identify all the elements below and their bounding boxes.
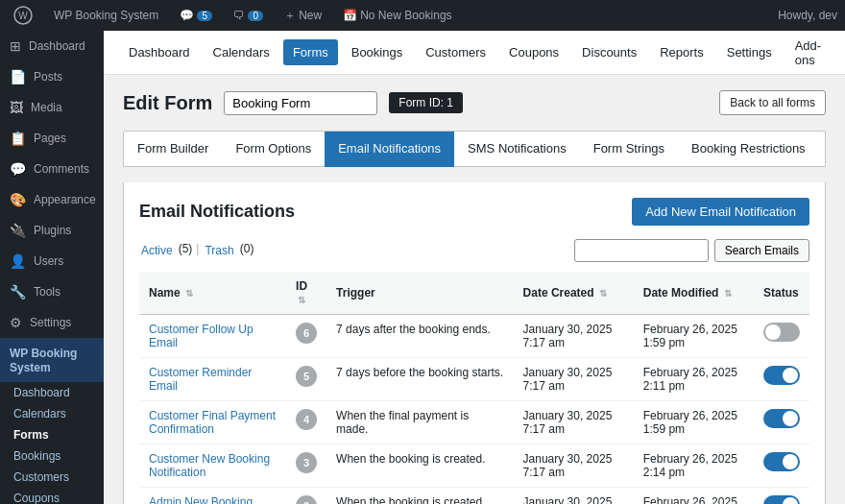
cell-status-0 <box>754 315 809 358</box>
settings-icon: ⚙ <box>10 315 22 330</box>
site-name-bar[interactable]: WP Booking System <box>48 0 164 31</box>
status-toggle-1[interactable] <box>763 366 800 385</box>
sidebar-item-posts[interactable]: 📄 Posts <box>0 61 104 92</box>
bookings-label: No New Bookings <box>360 9 451 22</box>
id-badge-1: 5 <box>296 366 317 387</box>
wpbs-sub-calendars[interactable]: Calendars <box>0 403 104 424</box>
search-input[interactable] <box>574 239 709 262</box>
trash-count: (0) <box>240 242 254 259</box>
col-header-id: ID ⇅ <box>286 272 326 315</box>
sidebar-item-label: Appearance <box>34 193 96 206</box>
tab-sms-notifications[interactable]: SMS Notifications <box>454 132 580 167</box>
tools-icon: 🔧 <box>10 284 26 300</box>
nav-reports[interactable]: Reports <box>650 39 713 65</box>
nav-customers[interactable]: Customers <box>416 39 495 65</box>
cell-name-3: Customer New Booking Notification <box>139 444 286 488</box>
page-content: Edit Form Form ID: 1 Back to all forms F… <box>104 75 845 504</box>
filter-links: Active (5) | Trash (0) <box>139 242 254 259</box>
nav-settings[interactable]: Settings <box>717 39 782 65</box>
table-row: Customer Follow Up Email 6 7 days after … <box>139 315 809 358</box>
sidebar-item-plugins[interactable]: 🔌 Plugins <box>0 215 104 246</box>
nav-calendars[interactable]: Calendars <box>204 39 279 65</box>
sidebar-item-pages[interactable]: 📋 Pages <box>0 123 104 154</box>
email-name-link-1[interactable]: Customer Reminder Email <box>149 366 252 393</box>
status-toggle-0[interactable] <box>763 323 800 342</box>
col-header-created: Date Created ⇅ <box>514 272 634 315</box>
search-emails-button[interactable]: Search Emails <box>714 239 809 262</box>
wpbs-sub-coupons[interactable]: Coupons <box>0 488 104 504</box>
dashboard-icon: ⊞ <box>10 38 21 54</box>
wpbs-sub-customers[interactable]: Customers <box>0 467 104 488</box>
email-name-link-4[interactable]: Admin New Booking Notification <box>149 495 253 504</box>
new-bar[interactable]: ＋ New <box>278 0 327 31</box>
status-toggle-3[interactable] <box>763 452 800 471</box>
sidebar-item-appearance[interactable]: 🎨 Appearance <box>0 184 104 215</box>
wpbs-sub-bookings[interactable]: Bookings <box>0 445 104 467</box>
admin-bar-left: W WP Booking System 💬 5 🗨 0 ＋ New 📅 No N… <box>8 0 766 31</box>
nav-discounts[interactable]: Discounts <box>572 39 646 65</box>
status-toggle-2[interactable] <box>763 409 800 428</box>
sidebar-item-dashboard[interactable]: ⊞ Dashboard <box>0 31 104 61</box>
cell-id-1: 5 <box>286 358 326 401</box>
cell-name-1: Customer Reminder Email <box>139 358 286 401</box>
tab-booking-restrictions[interactable]: Booking Restrictions <box>678 132 819 167</box>
tab-form-strings[interactable]: Form Strings <box>580 132 678 167</box>
page-title: Edit Form <box>123 92 212 114</box>
sidebar-item-comments[interactable]: 💬 Comments <box>0 154 104 184</box>
sort-created-icon: ⇅ <box>599 288 607 299</box>
bookings-bar[interactable]: 📅 No New Bookings <box>337 0 457 31</box>
sidebar-item-label: Tools <box>34 285 60 299</box>
nav-dashboard[interactable]: Dashboard <box>119 39 200 65</box>
cell-created-4: January 30, 2025 7:17 am <box>514 488 634 505</box>
media-icon: 🖼 <box>10 100 23 115</box>
cell-created-2: January 30, 2025 7:17 am <box>514 401 634 444</box>
wpbs-label: WP Booking System <box>10 347 77 374</box>
edit-form-header: Edit Form Form ID: 1 Back to all forms <box>123 90 826 115</box>
email-name-link-2[interactable]: Customer Final Payment Confirmation <box>149 409 276 436</box>
sidebar-item-tools[interactable]: 🔧 Tools <box>0 276 104 307</box>
table-row: Customer Reminder Email 5 7 days before … <box>139 358 809 401</box>
email-name-link-0[interactable]: Customer Follow Up Email <box>149 323 254 349</box>
nav-addons[interactable]: Add-ons <box>785 33 831 73</box>
cell-modified-4: February 26, 2025 1:58 pm <box>634 488 754 505</box>
form-name-input[interactable] <box>224 91 377 115</box>
content-box: Email Notifications Add New Email Notifi… <box>123 182 826 504</box>
nav-backup[interactable]: Backup/Restore <box>834 39 845 65</box>
table-row: Customer New Booking Notification 3 When… <box>139 444 809 488</box>
tab-email-notifications[interactable]: Email Notifications <box>325 132 454 167</box>
sidebar-item-users[interactable]: 👤 Users <box>0 246 104 276</box>
wp-icon: W <box>13 6 33 25</box>
wpbs-sub-dashboard[interactable]: Dashboard <box>0 382 104 403</box>
toggle-knob-4 <box>783 497 798 504</box>
add-new-email-button[interactable]: Add New Email Notification <box>632 198 809 226</box>
sidebar-item-label: Media <box>31 101 62 114</box>
nav-forms[interactable]: Forms <box>283 39 338 65</box>
cell-status-4 <box>754 488 809 505</box>
status-toggle-4[interactable] <box>763 495 800 504</box>
filter-active[interactable]: Active <box>139 242 175 259</box>
sidebar-item-label: Users <box>34 254 63 268</box>
wp-logo-bar[interactable]: W <box>8 0 38 31</box>
cell-trigger-2: When the final payment is made. <box>326 401 514 444</box>
col-header-trigger: Trigger <box>326 272 514 315</box>
wpbs-section[interactable]: WP Booking System <box>0 338 104 382</box>
sidebar-item-label: Plugins <box>34 224 71 237</box>
cell-modified-3: February 26, 2025 2:14 pm <box>634 444 754 488</box>
filter-trash[interactable]: Trash <box>203 242 235 259</box>
email-name-link-3[interactable]: Customer New Booking Notification <box>149 452 270 479</box>
wpbs-sub-forms[interactable]: Forms <box>0 424 104 445</box>
sidebar-item-label: Pages <box>34 132 66 145</box>
sort-id-icon: ⇅ <box>298 295 305 305</box>
tab-form-options[interactable]: Form Options <box>222 132 325 167</box>
tab-form-builder[interactable]: Form Builder <box>124 132 222 167</box>
nav-coupons[interactable]: Coupons <box>499 39 568 65</box>
sidebar-item-media[interactable]: 🖼 Media <box>0 92 104 123</box>
nav-bookings[interactable]: Bookings <box>342 39 412 65</box>
section-title: Email Notifications <box>139 202 295 222</box>
bubble-bar[interactable]: 🗨 0 <box>228 0 269 31</box>
comments-bar[interactable]: 💬 5 <box>174 0 218 31</box>
sidebar-item-settings[interactable]: ⚙ Settings <box>0 307 104 338</box>
back-all-forms-button[interactable]: Back to all forms <box>719 90 826 115</box>
sort-modified-icon: ⇅ <box>724 288 732 299</box>
toggle-knob-0 <box>765 324 781 340</box>
